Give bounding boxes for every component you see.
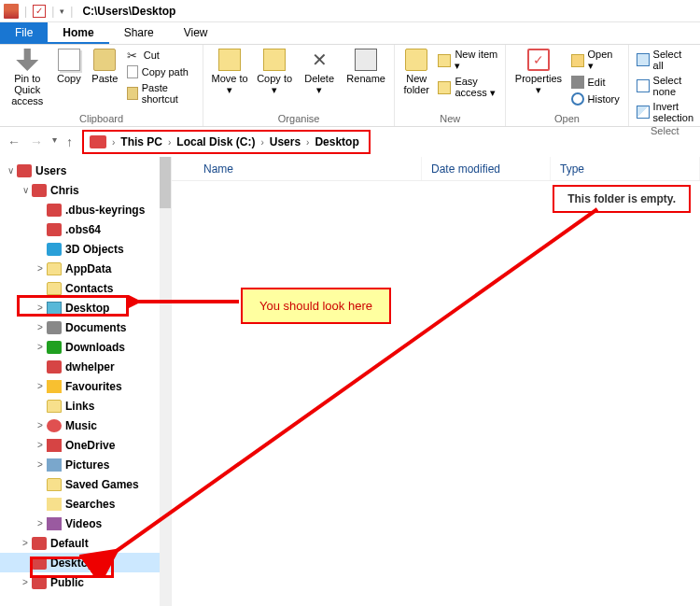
new-item-label: New item ▾ <box>455 49 497 72</box>
tab-share[interactable]: Share <box>109 22 169 44</box>
chevron-icon[interactable]: > <box>34 518 47 528</box>
select-all-icon <box>637 53 650 66</box>
column-name[interactable]: Name <box>172 157 422 180</box>
chevron-right-icon[interactable]: › <box>168 137 171 148</box>
invert-selection-icon <box>637 106 650 119</box>
tree-item[interactable]: Contacts <box>0 278 160 298</box>
move-to-button[interactable]: Move to ▾ <box>211 49 248 96</box>
chevron-icon[interactable]: > <box>34 263 47 274</box>
tree-item-label: Favourites <box>65 380 122 393</box>
chevron-icon[interactable]: > <box>34 322 47 332</box>
copy-to-icon <box>263 49 286 71</box>
move-to-icon <box>218 49 241 71</box>
folder-icon <box>32 184 47 197</box>
crumb-local-disk[interactable]: Local Disk (C:) <box>176 135 255 148</box>
tree-item[interactable]: >Default <box>0 533 160 553</box>
tab-home[interactable]: Home <box>48 22 108 44</box>
folder-icon <box>47 498 62 511</box>
column-type[interactable]: Type <box>551 157 700 180</box>
chevron-icon[interactable]: > <box>34 381 47 391</box>
select-none-button[interactable]: Select none <box>637 75 693 97</box>
edit-button[interactable]: Edit <box>571 76 621 89</box>
history-button[interactable]: History <box>571 92 621 106</box>
easy-access-button[interactable]: Easy access ▾ <box>438 76 497 99</box>
chevron-right-icon[interactable]: › <box>260 137 263 148</box>
properties-button[interactable]: Properties ▾ <box>513 49 563 96</box>
tree-item[interactable]: >Music <box>0 416 160 435</box>
tree-item-label: Links <box>65 400 94 413</box>
tree-item[interactable]: .dbus-keyrings <box>0 200 160 219</box>
pin-to-quick-access-button[interactable]: Pin to Quick access <box>7 49 48 106</box>
folder-icon <box>32 557 47 570</box>
rename-button[interactable]: Rename <box>345 49 386 84</box>
app-icon <box>4 4 19 19</box>
tab-file[interactable]: File <box>0 22 48 44</box>
folder-icon <box>47 223 62 236</box>
chevron-icon[interactable]: > <box>34 440 47 450</box>
forward-button[interactable]: → <box>30 134 43 149</box>
invert-selection-button[interactable]: Invert selection <box>637 101 693 123</box>
chevron-icon[interactable]: > <box>19 538 32 548</box>
scrollbar-track[interactable] <box>160 157 171 606</box>
recent-locations-button[interactable]: ▾ <box>52 134 57 149</box>
paste-button[interactable]: Paste <box>91 49 119 84</box>
folder-icon <box>47 360 62 373</box>
tree-item[interactable]: dwhelper <box>0 357 160 376</box>
copy-button[interactable]: Copy <box>55 49 84 84</box>
up-button[interactable]: ↑ <box>66 134 73 149</box>
tree-item[interactable]: >Desktop <box>0 298 160 317</box>
tree-item[interactable]: Desktop <box>0 553 160 572</box>
tree-item[interactable]: >Videos <box>0 514 160 533</box>
folder-icon <box>47 282 62 295</box>
cut-button[interactable]: ✂ Cut <box>127 49 195 62</box>
tree-item[interactable]: >Public <box>0 572 160 592</box>
tab-view[interactable]: View <box>169 22 223 44</box>
tree-item[interactable]: Searches <box>0 494 160 514</box>
crumb-this-pc[interactable]: This PC <box>120 135 162 148</box>
tree-item-label: Downloads <box>65 341 125 354</box>
delete-button[interactable]: ✕ Delete ▾ <box>301 49 338 96</box>
new-folder-button[interactable]: New folder <box>402 49 430 95</box>
address-bar[interactable]: › This PC › Local Disk (C:) › Users › De… <box>82 130 371 154</box>
tree-item[interactable]: >Documents <box>0 317 160 337</box>
qat-check-icon[interactable]: ✓ <box>33 5 46 18</box>
tree-item[interactable]: >Downloads <box>0 337 160 357</box>
select-all-button[interactable]: Select all <box>637 49 693 71</box>
tree-item[interactable]: Links <box>0 396 160 416</box>
move-to-label: Move to ▾ <box>211 73 248 96</box>
scrollbar-thumb[interactable] <box>160 157 171 208</box>
tree-item[interactable]: Saved Games <box>0 474 160 494</box>
tree-item[interactable]: >OneDrive <box>0 435 160 455</box>
chevron-right-icon[interactable]: › <box>112 137 115 148</box>
tree-item[interactable]: >Pictures <box>0 455 160 474</box>
tree-item-label: 3D Objects <box>65 243 124 256</box>
tree-item[interactable]: .obs64 <box>0 219 160 239</box>
chevron-icon[interactable]: > <box>34 420 47 430</box>
column-date-modified[interactable]: Date modified <box>422 157 551 180</box>
chevron-icon[interactable]: > <box>19 577 32 587</box>
tree-item[interactable]: ∨Chris <box>0 180 160 200</box>
crumb-desktop[interactable]: Desktop <box>315 135 358 148</box>
cut-icon: ✂ <box>127 49 140 62</box>
chevron-icon[interactable]: ∨ <box>19 185 32 195</box>
tree-item[interactable]: ∨Users <box>0 161 160 180</box>
open-button[interactable]: Open ▾ <box>571 49 621 72</box>
chevron-icon[interactable]: > <box>34 303 47 313</box>
chevron-icon[interactable]: > <box>34 459 47 470</box>
tree-item[interactable]: >AppData <box>0 259 160 278</box>
copy-to-button[interactable]: Copy to ▾ <box>256 49 293 96</box>
tree-item[interactable]: 3D Objects <box>0 239 160 259</box>
new-item-button[interactable]: New item ▾ <box>438 49 497 72</box>
copy-path-button[interactable]: Copy path <box>127 65 195 78</box>
tree-item[interactable]: >Favourites <box>0 376 160 396</box>
ribbon: Pin to Quick access Copy Paste ✂ Cut Cop… <box>0 45 700 127</box>
chevron-icon[interactable]: > <box>34 342 47 352</box>
chevron-icon[interactable]: ∨ <box>4 165 17 176</box>
back-button[interactable]: ← <box>7 134 21 149</box>
chevron-right-icon[interactable]: › <box>306 137 309 148</box>
folder-icon <box>32 576 47 589</box>
crumb-users[interactable]: Users <box>270 135 301 148</box>
paste-shortcut-button[interactable]: Paste shortcut <box>127 82 195 105</box>
qat-dropdown-icon[interactable]: ▾ <box>60 7 64 16</box>
folder-icon <box>47 458 62 472</box>
